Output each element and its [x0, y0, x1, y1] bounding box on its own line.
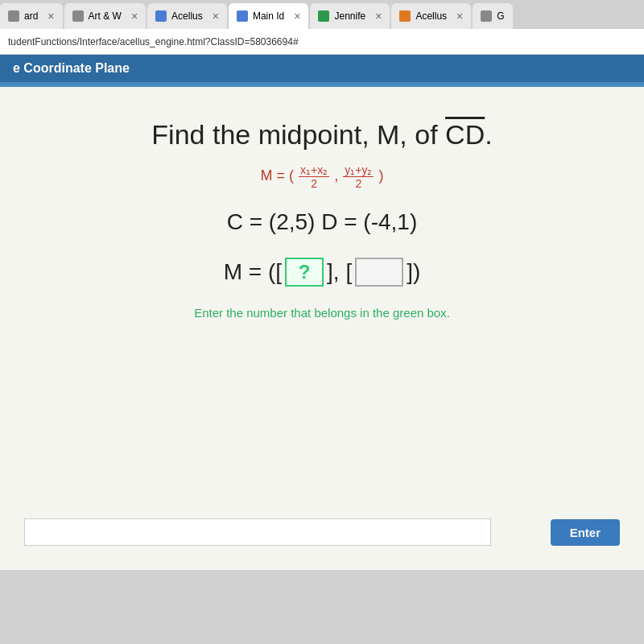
answer-separator: ], [ — [327, 259, 352, 285]
formula-y-denominator: 2 — [353, 177, 363, 190]
page-header: e Coordinate Plane — [0, 55, 644, 82]
tab-icon-g — [481, 10, 492, 22]
tab-icon-acellus2 — [399, 10, 411, 22]
tab-mainid[interactable]: Main Id × — [229, 3, 309, 29]
tab-label-g: G — [497, 10, 504, 22]
formula-x-numerator: x₁+x₂ — [299, 163, 329, 177]
tab-artw[interactable]: Art & W × — [64, 3, 147, 29]
tab-icon-artw — [72, 10, 84, 22]
tab-g[interactable]: G — [473, 3, 512, 29]
tab-bar: ard × Art & W × Acellus × Main Id × Jenn… — [0, 0, 644, 29]
tab-label-artw: Art & W — [89, 10, 122, 22]
input-row: Enter — [24, 502, 620, 546]
cd-overline: CD — [445, 119, 485, 150]
formula-y-numerator: y₁+y₂ — [343, 163, 374, 177]
tab-label-jennifer: Jennife — [334, 10, 365, 22]
tab-close-ard[interactable]: × — [43, 10, 54, 23]
tab-label-mainid: Main Id — [253, 10, 284, 22]
tab-close-mainid[interactable]: × — [289, 10, 300, 23]
tab-close-jennifer[interactable]: × — [370, 10, 382, 23]
tab-ard[interactable]: ard × — [0, 3, 63, 29]
answer-box-green: ? — [285, 258, 324, 287]
formula-x-denominator: 2 — [309, 177, 319, 190]
formula-y-frac: y₁+y₂ 2 — [343, 163, 374, 190]
enter-button-label: Enter — [570, 526, 601, 539]
tab-icon-acellus1 — [155, 10, 167, 22]
tab-close-artw[interactable]: × — [126, 10, 138, 23]
hint-text: Enter the number that belongs in the gre… — [194, 306, 450, 320]
tab-acellus1[interactable]: Acellus × — [147, 3, 227, 29]
enter-button[interactable]: Enter — [551, 519, 620, 546]
tab-close-acellus1[interactable]: × — [208, 10, 219, 23]
problem-title: Find the midpoint, M, of CD. — [151, 119, 492, 151]
main-content: Find the midpoint, M, of CD. M = ( x₁+x₂… — [0, 87, 644, 570]
title-prefix: Find the midpoint, M, of — [151, 119, 445, 150]
address-text: tudentFunctions/Interface/acellus_engine… — [8, 36, 299, 47]
hint-label: Enter the number that belongs in the gre… — [194, 306, 450, 320]
answer-box-green-label: ? — [299, 261, 311, 283]
coords-text: C = (2,5) D = (-4,1) — [227, 209, 418, 234]
page-header-text: e Coordinate Plane — [13, 61, 130, 75]
tab-label-acellus2: Acellus — [415, 10, 447, 22]
tab-icon-jennifer — [318, 10, 329, 22]
tab-close-acellus2[interactable]: × — [452, 10, 463, 23]
tab-label-ard: ard — [24, 10, 38, 22]
formula-x-frac: x₁+x₂ 2 — [299, 163, 329, 190]
tab-jennifer[interactable]: Jennife × — [310, 3, 390, 29]
answer-input[interactable] — [24, 518, 491, 546]
tab-icon-ard — [8, 10, 19, 22]
answer-suffix: ]) — [407, 259, 420, 285]
tab-icon-mainid — [237, 10, 248, 22]
answer-prefix: M = ([ — [224, 259, 282, 285]
address-bar[interactable]: tudentFunctions/Interface/acellus_engine… — [0, 29, 644, 55]
tab-label-acellus1: Acellus — [171, 10, 203, 22]
tab-acellus2[interactable]: Acellus × — [391, 3, 471, 29]
answer-line: M = ([ ? ], [ ]) — [224, 258, 421, 287]
coordinates-display: C = (2,5) D = (-4,1) — [227, 209, 418, 235]
answer-box-gray — [355, 258, 403, 287]
browser-chrome: ard × Art & W × Acellus × Main Id × Jenn… — [0, 0, 644, 55]
midpoint-formula: M = ( x₁+x₂ 2 , y₁+y₂ 2 ) — [261, 163, 384, 190]
